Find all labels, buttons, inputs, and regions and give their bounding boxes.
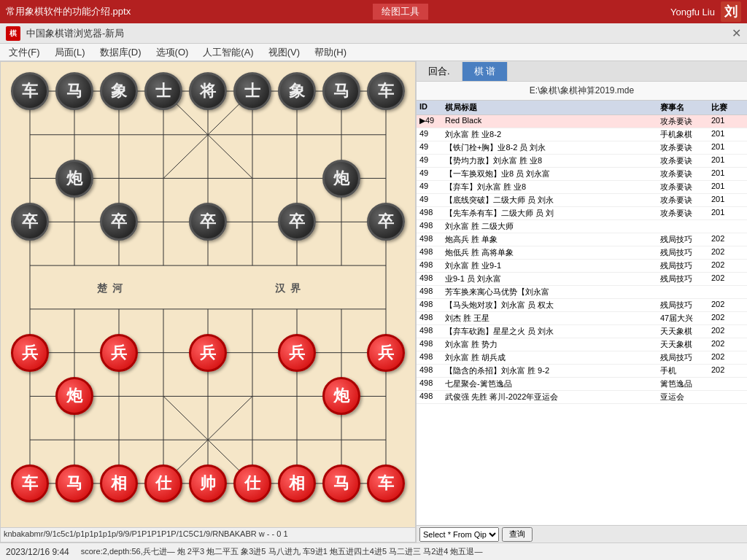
piece-red-兵-0-6[interactable]: 兵 — [11, 334, 49, 372]
row-id: 498 — [419, 247, 445, 258]
row-event: 残局技巧 — [660, 247, 711, 258]
row-id: 498 — [419, 378, 445, 389]
chess-board[interactable]: 车马象士将士象马车炮炮卒卒卒卒卒车马相仕帅仕相马车炮炮兵兵兵兵兵 — [1, 62, 415, 527]
row-id: ▶49 — [419, 116, 445, 127]
row-year — [711, 378, 744, 389]
piece-black-卒-0-3[interactable]: 卒 — [11, 203, 49, 241]
row-event: 攻杀要诀 — [660, 168, 711, 179]
row-year: 201 — [711, 182, 744, 192]
table-row[interactable]: 498 【先车杀有车】二级大师 员 刘 攻杀要诀 201 — [417, 207, 747, 220]
piece-red-兵-4-6[interactable]: 兵 — [189, 334, 227, 372]
piece-red-炮-1-7[interactable]: 炮 — [55, 377, 93, 415]
app-title-bar: 棋 中国象棋谱浏览器-新局 ✕ — [0, 23, 747, 44]
menu-options[interactable]: 选项(O) — [150, 44, 195, 61]
menu-file[interactable]: 文件(F) — [3, 44, 46, 61]
menu-database[interactable]: 数据库(D) — [94, 44, 147, 61]
piece-black-卒-2-3[interactable]: 卒 — [100, 203, 138, 241]
table-header: ID 棋局标题 赛事名 比赛 — [417, 101, 747, 115]
piece-red-相-6-9[interactable]: 相 — [278, 464, 316, 502]
piece-black-象-6-0[interactable]: 象 — [278, 72, 316, 110]
row-id: 49 — [419, 182, 445, 192]
row-event — [660, 287, 711, 298]
tab-notation[interactable]: 棋 谱 — [462, 62, 508, 81]
piece-black-卒-8-3[interactable]: 卒 — [367, 203, 405, 241]
row-event: 攻杀要诀 — [660, 195, 711, 206]
table-row[interactable]: 49 刘永富 胜 业8-2 手机象棋 201 — [417, 128, 747, 141]
document-title: 常用象棋软件的功能介绍.pptx — [6, 5, 131, 18]
table-row[interactable]: 49 【弃车】刘永富 胜 业8 攻杀要诀 201 — [417, 181, 747, 194]
row-id: 498 — [419, 234, 445, 245]
table-row[interactable]: 498 炮高兵 胜 单象 残局技巧 202 — [417, 233, 747, 246]
piece-red-马-7-9[interactable]: 马 — [322, 464, 360, 502]
piece-red-车-8-9[interactable]: 车 — [367, 464, 405, 502]
piece-black-士-5-0[interactable]: 士 — [233, 72, 271, 110]
piece-black-士-3-0[interactable]: 士 — [144, 72, 182, 110]
menu-bar: 文件(F) 局面(L) 数据库(D) 选项(O) 人工智能(A) 视图(V) 帮… — [0, 44, 747, 61]
menu-layout[interactable]: 局面(L) — [49, 44, 91, 61]
table-row[interactable]: 498 刘永富 胜 势力 天天象棋 202 — [417, 338, 747, 351]
search-button[interactable]: 查询 — [502, 527, 533, 542]
piece-black-马-7-0[interactable]: 马 — [322, 72, 360, 110]
drawing-tools-label[interactable]: 绘图工具 — [373, 4, 428, 20]
menu-ai[interactable]: 人工智能(A) — [197, 44, 259, 61]
piece-black-将-4-0[interactable]: 将 — [189, 72, 227, 110]
piece-black-卒-4-3[interactable]: 卒 — [189, 203, 227, 241]
board-status: knbakabmr/9/1c5c1/p1p1p1p1p/9/9/P1P1P1P1… — [1, 527, 415, 542]
row-id: 498 — [419, 392, 445, 402]
menu-view[interactable]: 视图(V) — [263, 44, 306, 61]
piece-red-帅-4-9[interactable]: 帅 — [189, 464, 227, 502]
game-table[interactable]: ▶49 Red Black 攻杀要诀 201 49 刘永富 胜 业8-2 手机象… — [417, 115, 747, 525]
piece-red-马-1-9[interactable]: 马 — [55, 464, 93, 502]
tab-rounds[interactable]: 回合. — [417, 62, 462, 81]
row-event: 47届大兴 — [660, 313, 711, 324]
table-row[interactable]: 498 刘杰 胜 王星 47届大兴 202 — [417, 312, 747, 325]
table-row[interactable]: 498 炮低兵 胜 高将单象 残局技巧 202 — [417, 246, 747, 260]
piece-red-兵-6-6[interactable]: 兵 — [278, 334, 316, 372]
table-row[interactable]: 498 武俊强 先胜 蒋川-2022年亚运会 亚运会 — [417, 391, 747, 404]
close-button[interactable]: ✕ — [732, 26, 741, 40]
table-row[interactable]: 498 【弃车砍跑】星星之火 员 刘永 天天象棋 202 — [417, 325, 747, 338]
row-event: 残局技巧 — [660, 273, 711, 284]
table-row[interactable]: 498 【隐含的杀招】刘永富 胜 9-2 手机 202 — [417, 365, 747, 378]
search-select[interactable]: Select * From Qip — [419, 527, 499, 542]
piece-black-车-8-0[interactable]: 车 — [367, 72, 405, 110]
row-year: 201 — [711, 142, 744, 153]
table-row[interactable]: ▶49 Red Black 攻杀要诀 201 — [417, 115, 747, 128]
piece-red-车-0-9[interactable]: 车 — [11, 464, 49, 502]
table-row[interactable]: 498 刘永富 胜 业9-1 残局技巧 202 — [417, 260, 747, 273]
table-row[interactable]: 49 【势均力敌】刘永富 胜 业8 攻杀要诀 201 — [417, 155, 747, 168]
row-title: 武俊强 先胜 蒋川-2022年亚运会 — [445, 392, 660, 402]
row-event: 攻杀要诀 — [660, 155, 711, 166]
piece-black-马-1-0[interactable]: 马 — [55, 72, 93, 110]
row-title: 业9-1 员 刘永富 — [445, 273, 660, 284]
piece-black-象-2-0[interactable]: 象 — [100, 72, 138, 110]
table-row[interactable]: 498 芳车换来寓心马优势【刘永富 — [417, 286, 747, 299]
row-title: 刘杰 胜 王星 — [445, 313, 660, 324]
row-id: 49 — [419, 168, 445, 179]
piece-black-炮-7-2[interactable]: 炮 — [322, 160, 360, 198]
piece-red-兵-2-6[interactable]: 兵 — [100, 334, 138, 372]
table-row[interactable]: 498 【马头炮对攻】刘永富 员 权太 残局技巧 202 — [417, 299, 747, 312]
row-id: 498 — [419, 273, 445, 284]
status-analysis: score:2,depth:56,兵七进— 炮 2平3 炮二平五 象3进5 马八… — [81, 546, 483, 557]
piece-black-炮-1-2[interactable]: 炮 — [55, 160, 93, 198]
table-row[interactable]: 49 【一车换双炮】业8 员 刘永富 攻杀要诀 201 — [417, 168, 747, 181]
piece-black-卒-6-3[interactable]: 卒 — [278, 203, 316, 241]
col-event: 赛事名 — [660, 102, 711, 113]
table-row[interactable]: 498 七星聚会-篱笆逸品 篱笆逸品 — [417, 378, 747, 391]
piece-red-相-2-9[interactable]: 相 — [100, 464, 138, 502]
piece-red-炮-7-7[interactable]: 炮 — [322, 377, 360, 415]
row-year: 201 — [711, 129, 744, 140]
piece-red-仕-3-9[interactable]: 仕 — [144, 464, 182, 502]
table-row[interactable]: 498 刘永富 胜 胡兵成 残局技巧 202 — [417, 351, 747, 365]
piece-red-仕-5-9[interactable]: 仕 — [233, 464, 271, 502]
col-title: 棋局标题 — [445, 102, 660, 113]
piece-black-车-0-0[interactable]: 车 — [11, 72, 49, 110]
menu-help[interactable]: 帮助(H) — [309, 44, 352, 61]
table-row[interactable]: 49 【铁门栓+胸】业8-2 员 刘永 攻杀要诀 201 — [417, 141, 747, 155]
table-row[interactable]: 498 业9-1 员 刘永富 残局技巧 202 — [417, 273, 747, 286]
table-row[interactable]: 49 【底线突破】二级大师 员 刘永 攻杀要诀 201 — [417, 194, 747, 207]
row-id: 49 — [419, 195, 445, 206]
table-row[interactable]: 498 刘永富 胜 二级大师 — [417, 220, 747, 233]
piece-red-兵-8-6[interactable]: 兵 — [367, 334, 405, 372]
